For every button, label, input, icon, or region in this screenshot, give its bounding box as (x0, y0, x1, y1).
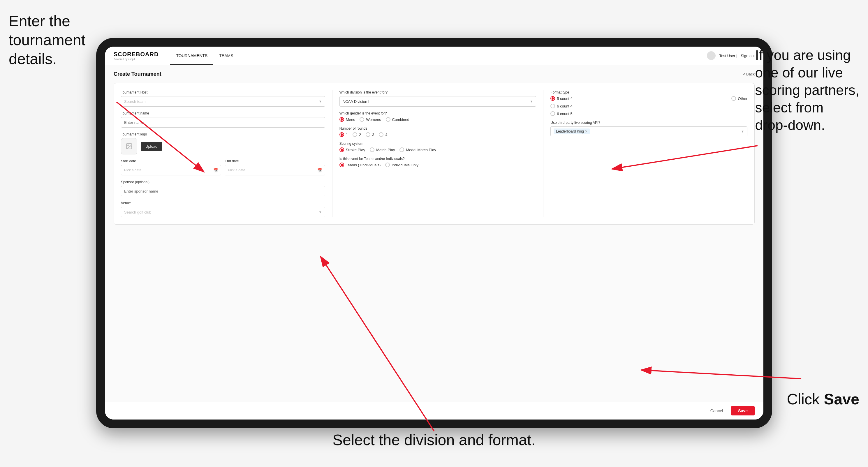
teams-plus-individuals-radio[interactable] (339, 162, 344, 167)
scoring-medal-match-play[interactable]: Medal Match Play (400, 148, 436, 152)
live-scoring-select[interactable]: Leaderboard King × ▼ (550, 126, 747, 136)
sign-out-link[interactable]: Sign out (741, 54, 755, 58)
end-date-field: End date Pick a date 📅 (225, 159, 325, 176)
form-container: Tournament Host Search team ▼ Tournament… (114, 83, 755, 225)
format-other[interactable]: Other (731, 96, 747, 101)
tournament-host-chevron: ▼ (319, 100, 322, 103)
form-footer: Cancel Save (105, 402, 764, 419)
division-select[interactable]: NCAA Division I ▼ (339, 96, 536, 106)
end-date-input[interactable]: Pick a date 📅 (225, 165, 325, 176)
main-content: Create Tournament < Back Tournament Host… (105, 65, 764, 402)
nav-items: TOURNAMENTS TEAMS (170, 46, 707, 65)
format-5-count-4-radio[interactable] (550, 96, 555, 101)
back-button[interactable]: < Back (743, 72, 755, 76)
tournament-name-field: Tournament name (121, 111, 325, 128)
gender-radio-group: Mens Womens Combined (339, 117, 536, 122)
cancel-button[interactable]: Cancel (706, 406, 728, 415)
scoring-stroke-play[interactable]: Stroke Play (339, 148, 365, 152)
rounds-1-radio[interactable] (339, 132, 344, 137)
avatar (707, 51, 716, 60)
scoring-match-play-label: Match Play (376, 148, 395, 152)
teams-field: Is this event for Teams and/or Individua… (339, 157, 536, 167)
individuals-only-label: Individuals Only (392, 163, 418, 167)
scoring-stroke-play-radio[interactable] (339, 148, 344, 152)
format-other-radio[interactable] (731, 96, 736, 101)
teams-radio-group: Teams (+Individuals) Individuals Only (339, 162, 536, 167)
rounds-field: Number of rounds 1 2 (339, 126, 536, 137)
rounds-1[interactable]: 1 (339, 132, 348, 137)
rounds-3-radio[interactable] (366, 132, 370, 137)
tournament-name-input[interactable] (121, 117, 325, 128)
gender-combined[interactable]: Combined (386, 117, 409, 122)
tournament-host-placeholder: Search team (124, 99, 146, 104)
teams-plus-individuals[interactable]: Teams (+Individuals) (339, 162, 381, 167)
tablet-device: SCOREBOARD Powered by clippit TOURNAMENT… (96, 38, 772, 428)
format-5-count-4-label: 5 count 4 (557, 96, 572, 101)
gender-mens-radio[interactable] (339, 117, 344, 122)
svg-point-1 (128, 145, 128, 146)
rounds-4[interactable]: 4 (379, 132, 387, 137)
annotation-top-left: Enter thetournamentdetails. (9, 12, 85, 68)
gender-combined-label: Combined (392, 117, 409, 122)
format-5-count-4[interactable]: 5 count 4 (550, 96, 572, 101)
rounds-4-radio[interactable] (379, 132, 383, 137)
rounds-1-label: 1 (346, 132, 348, 137)
user-name: Test User | (719, 54, 737, 58)
individuals-only[interactable]: Individuals Only (385, 162, 418, 167)
scoring-medal-match-play-radio[interactable] (400, 148, 404, 152)
gender-mens-label: Mens (346, 117, 355, 122)
individuals-only-radio[interactable] (385, 162, 390, 167)
tournament-host-label: Tournament Host (121, 90, 325, 94)
rounds-2-radio[interactable] (352, 132, 357, 137)
format-6-count-4-label: 6 count 4 (557, 104, 572, 108)
logo-placeholder (121, 138, 137, 154)
division-label: Which division is the event for? (339, 90, 536, 94)
format-6-count-4-radio[interactable] (550, 104, 555, 108)
save-button[interactable]: Save (731, 406, 755, 415)
format-6-count-4[interactable]: 6 count 4 (550, 104, 572, 108)
format-6-count-5[interactable]: 6 count 5 (550, 111, 572, 116)
gender-label: Which gender is the event for? (339, 111, 536, 115)
tournament-host-field: Tournament Host Search team ▼ (121, 90, 325, 106)
live-scoring-value: Leaderboard King (556, 129, 584, 133)
format-6-count-5-radio[interactable] (550, 111, 555, 116)
annotation-top-right: If you are usingone of our livescoring p… (755, 46, 860, 134)
gender-mens[interactable]: Mens (339, 117, 355, 122)
division-field: Which division is the event for? NCAA Di… (339, 90, 536, 106)
start-date-input[interactable]: Pick a date 📅 (121, 165, 221, 176)
upload-button[interactable]: Upload (141, 142, 162, 151)
tournament-logo-field: Tournament logo Upload (121, 132, 325, 154)
scoring-match-play-radio[interactable] (370, 148, 374, 152)
gender-combined-radio[interactable] (386, 117, 391, 122)
format-other-label: Other (738, 96, 747, 101)
venue-placeholder: Search golf club (124, 210, 151, 214)
venue-input[interactable]: Search golf club ▼ (121, 207, 325, 217)
form-columns: Tournament Host Search team ▼ Tournament… (121, 90, 747, 217)
live-scoring-tag-close[interactable]: × (585, 129, 587, 134)
navbar: SCOREBOARD Powered by clippit TOURNAMENT… (105, 46, 764, 65)
start-date-calendar-icon: 📅 (213, 168, 218, 173)
gender-womens-radio[interactable] (360, 117, 364, 122)
tournament-name-label: Tournament name (121, 111, 325, 115)
middle-column: Which division is the event for? NCAA Di… (332, 90, 536, 217)
rounds-label: Number of rounds (339, 126, 536, 130)
nav-item-tournaments[interactable]: TOURNAMENTS (170, 46, 213, 65)
division-value: NCAA Division I (343, 99, 369, 104)
tablet-screen: SCOREBOARD Powered by clippit TOURNAMENT… (105, 46, 764, 419)
nav-item-teams[interactable]: TEAMS (213, 46, 239, 65)
gender-womens[interactable]: Womens (360, 117, 381, 122)
format-type-field: Format type 5 count 4 (550, 90, 747, 116)
rounds-2[interactable]: 2 (352, 132, 361, 137)
sponsor-label: Sponsor (optional) (121, 180, 325, 184)
nav-right: Test User | Sign out (707, 51, 755, 60)
end-date-calendar-icon: 📅 (317, 168, 322, 173)
left-column: Tournament Host Search team ▼ Tournament… (121, 90, 325, 217)
rounds-3[interactable]: 3 (366, 132, 374, 137)
logo-upload-area: Upload (121, 138, 325, 154)
tournament-host-input[interactable]: Search team ▼ (121, 96, 325, 106)
right-column: Format type 5 count 4 (543, 90, 747, 217)
start-date-field: Start date Pick a date 📅 (121, 159, 221, 176)
rounds-3-label: 3 (372, 132, 374, 137)
sponsor-input[interactable] (121, 186, 325, 196)
scoring-match-play[interactable]: Match Play (370, 148, 395, 152)
